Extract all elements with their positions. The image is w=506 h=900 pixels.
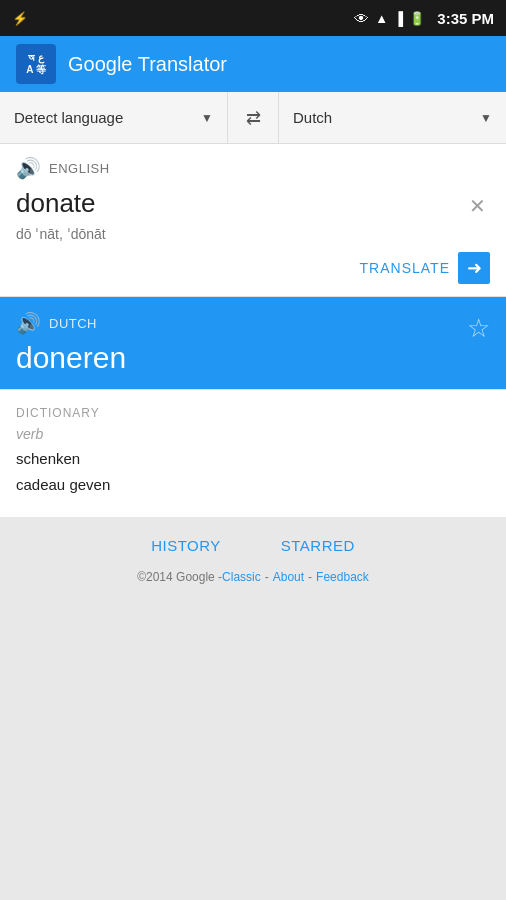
source-speaker-icon[interactable]: 🔊 [16, 156, 41, 180]
clear-button[interactable]: ✕ [465, 190, 490, 222]
footer-classic-link[interactable]: Classic [222, 570, 261, 584]
source-lang-label-row: 🔊 ENGLISH [16, 156, 490, 180]
dictionary-word-1: schenken [16, 446, 490, 472]
app-title: Google Translator [68, 53, 227, 76]
status-icons: 👁 ▲ ▐ 🔋 3:35 PM [354, 10, 494, 27]
starred-tab[interactable]: STARRED [281, 537, 355, 554]
source-lang-dropdown-arrow: ▼ [201, 111, 213, 125]
result-speaker-icon[interactable]: 🔊 [16, 311, 41, 335]
main-content: 🔊 ENGLISH donate ✕ dō ˈnāt, ˈdōnāt TRANS… [0, 144, 506, 517]
footer-sep-1: - [265, 570, 269, 584]
swap-icon: ⇄ [246, 107, 261, 129]
footer-about-link[interactable]: About [273, 570, 304, 584]
target-lang-dropdown-arrow: ▼ [480, 111, 492, 125]
translate-row: TRANSLATE ➜ [16, 246, 490, 288]
footer-area: HISTORY STARRED ©2014 Google - Classic -… [0, 517, 506, 604]
status-bar: ⚡ 👁 ▲ ▐ 🔋 3:35 PM [0, 0, 506, 36]
status-time: 3:35 PM [437, 10, 494, 27]
target-language-text: Dutch [293, 109, 474, 126]
result-lang-row: 🔊 DUTCH [16, 311, 126, 335]
battery-icon: 🔋 [409, 11, 425, 26]
eye-icon: 👁 [354, 10, 369, 27]
translate-button-label: TRANSLATE [360, 260, 450, 276]
dictionary-word-2: cadeau geven [16, 472, 490, 498]
language-bar: Detect language ▼ ⇄ Dutch ▼ [0, 92, 506, 144]
history-tab[interactable]: HISTORY [151, 537, 221, 554]
dictionary-section: DICTIONARY verb schenken cadeau geven [0, 389, 506, 517]
result-lang-label: DUTCH [49, 316, 97, 331]
result-word: doneren [16, 341, 126, 375]
source-section: 🔊 ENGLISH donate ✕ dō ˈnāt, ˈdōnāt TRANS… [0, 144, 506, 297]
dictionary-label: DICTIONARY [16, 406, 490, 420]
translate-button[interactable]: TRANSLATE ➜ [360, 252, 490, 284]
star-favorite-icon[interactable]: ☆ [467, 313, 490, 344]
translate-arrow-icon: ➜ [458, 252, 490, 284]
footer-feedback-link[interactable]: Feedback [316, 570, 369, 584]
signal-icon: ▐ [394, 11, 403, 26]
result-left: 🔊 DUTCH doneren [16, 311, 126, 375]
source-language-selector[interactable]: Detect language ▼ [0, 92, 227, 143]
app-icon: অ عA 等 [16, 44, 56, 84]
footer-sep-2: - [308, 570, 312, 584]
usb-icon: ⚡ [12, 11, 28, 26]
footer-links: ©2014 Google - Classic - About - Feedbac… [16, 570, 490, 584]
source-input-row: donate ✕ [16, 188, 490, 222]
source-language-text: Detect language [14, 109, 195, 126]
footer-copyright: ©2014 Google - [137, 570, 222, 584]
status-bar-left: ⚡ [12, 11, 346, 26]
phonetic-text: dō ˈnāt, ˈdōnāt [16, 226, 490, 242]
footer-tabs: HISTORY STARRED [16, 537, 490, 554]
dictionary-part-of-speech: verb [16, 426, 490, 442]
target-language-selector[interactable]: Dutch ▼ [279, 92, 506, 143]
source-lang-label: ENGLISH [49, 161, 110, 176]
wifi-icon: ▲ [375, 11, 388, 26]
source-word[interactable]: donate [16, 188, 457, 219]
app-bar: অ عA 等 Google Translator [0, 36, 506, 92]
result-section: 🔊 DUTCH doneren ☆ [0, 297, 506, 389]
swap-languages-button[interactable]: ⇄ [227, 92, 279, 143]
